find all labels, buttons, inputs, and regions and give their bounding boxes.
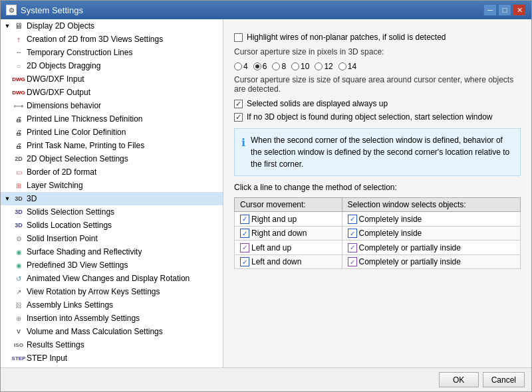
shading-icon: ◉ [13,246,25,257]
close-button[interactable]: ✕ [513,4,526,16]
view-rot-icon: ↗ [13,286,25,297]
row3-sel-icon: ✓ [348,243,357,252]
footer: OK Cancel [1,367,531,391]
dim-icon: ⟼ [13,100,25,111]
sidebar-item-assembly-links[interactable]: ⛓ Assembly Links Settings [1,298,223,312]
selection-table: Cursor movement: Selection window select… [234,197,521,269]
info-box: ℹ When the second corner of the selectio… [234,128,521,176]
sidebar-item-animated-view[interactable]: ↺ Animated View Changes and Display Rota… [1,272,223,285]
sidebar-item-dwg-input[interactable]: DWG DWG/DXF Input [1,72,223,86]
drag-icon: ○ [13,60,25,71]
table-row[interactable]: ✓ Left and down ✓ Completely or partiall… [235,254,521,269]
no3d-checkbox[interactable] [234,113,243,122]
radio-10[interactable] [291,62,299,70]
expand-icon-2d[interactable]: ▼ [3,22,11,30]
sidebar-item-view-rotation[interactable]: ↗ View Rotation by Arrow Keys Settings [1,285,223,298]
sidebar-label-solids-location: Solids Location Settings [27,221,112,230]
sidebar-label-layer-switching: Layer Switching [27,181,83,190]
sidebar-item-step-input[interactable]: STEP STEP Input [1,351,223,365]
radio-6[interactable] [253,62,261,70]
table-row[interactable]: ✓ Right and up ✓ Completely inside [235,212,521,227]
cancel-button[interactable]: Cancel [483,372,525,387]
radio-8[interactable] [272,62,280,70]
sidebar-label-insertion-assembly: Insertion into Assembly Settings [27,314,140,323]
sidebar-label-2d-selection: 2D Object Selection Settings [27,154,128,163]
sidebar-item-line-color[interactable]: 🖨 Printed Line Color Definition [1,126,223,139]
radio-4[interactable] [234,62,242,70]
maximize-button[interactable]: □ [498,4,511,16]
row3-move-icon: ✓ [240,243,249,252]
sidebar-item-display-2d[interactable]: ▼ 🖥 Display 2D Objects [1,19,223,33]
radio-item-12: 12 [315,62,334,71]
arrow-icon: ↑ [13,34,25,45]
right-panel: Highlight wires of non-planar patches, i… [223,19,531,367]
minimize-button[interactable]: ─ [483,4,497,16]
sidebar-item-predefined-view[interactable]: ◉ Predefined 3D View Settings [1,258,223,272]
table-cell-movement-4: ✓ Left and down [235,254,342,269]
construction-icon: ╌ [13,47,25,58]
no3d-label: If no 3D object is found during object s… [247,112,493,122]
radio-item-14: 14 [338,62,358,71]
radio-label-4: 4 [243,62,248,71]
sidebar-item-layer-switching[interactable]: ⊞ Layer Switching [1,179,223,192]
sidebar-item-line-thickness[interactable]: 🖨 Printed Line Thickness Definition [1,112,223,126]
sidebar-item-solids-location[interactable]: 3D Solids Location Settings [1,219,223,232]
sidebar-label-creation-2d: Creation of 2D from 3D Views Settings [27,35,163,44]
sidebar-label-predefined-view: Predefined 3D View Settings [27,260,128,270]
sidebar-item-border-2d[interactable]: ▭ Border of 2D format [1,165,223,179]
sidebar-item-print-task[interactable]: 🖨 Print Task Name, Printing to Files [1,139,223,152]
ok-button[interactable]: OK [439,372,479,387]
sidebar-label-solids-selection: Solids Selection Settings [27,207,114,217]
sidebar-item-creation-2d[interactable]: ↑ Creation of 2D from 3D Views Settings [1,33,223,46]
radio-item-10: 10 [291,62,311,71]
radio-label-14: 14 [348,62,356,71]
selected-solids-label: Selected solids are displayed always up [247,99,388,108]
radio-12[interactable] [315,62,323,70]
sidebar-item-3d[interactable]: ▼ 3D 3D [1,192,223,205]
sidebar-item-solid-insertion[interactable]: ⚙ Solid Insertion Point [1,232,223,245]
row1-sel-icon: ✓ [348,215,357,224]
click-line-text: Click a line to change the method of sel… [234,183,521,192]
window-icon: ⚙ [6,5,17,15]
solids-sel-icon: 3D [13,207,25,217]
expand-icon-3d[interactable]: ▼ [3,195,11,203]
sidebar-label-results: Results Settings [27,340,84,349]
sidebar-label-2d-dragging: 2D Objects Dragging [27,61,100,70]
radio-item-8: 8 [272,62,287,71]
row2-sel-icon: ✓ [348,229,357,238]
asm-links-icon: ⛓ [13,300,25,310]
sidebar-item-dwg-output[interactable]: DWG DWG/DXF Output [1,86,223,99]
sidebar-item-insertion-assembly[interactable]: ⊕ Insertion into Assembly Settings [1,312,223,325]
sidebar-label-line-thickness: Printed Line Thickness Definition [27,114,143,124]
table-row[interactable]: ✓ Right and down ✓ Completely inside [235,226,521,241]
sidebar-label-assembly-links: Assembly Links Settings [27,300,113,310]
sidebar-item-dimensions[interactable]: ⟼ Dimensions behavior [1,99,223,112]
row1-move-icon: ✓ [240,215,249,224]
sidebar-item-temp-construction[interactable]: ╌ Temporary Construction Lines [1,46,223,59]
print-task-icon: 🖨 [13,140,25,151]
sidebar-item-surface-shading[interactable]: ◉ Surface Shading and Reflectivity [1,245,223,258]
selected-solids-checkbox[interactable] [234,100,243,108]
content-area: ▼ 🖥 Display 2D Objects ↑ Creation of 2D … [1,19,531,367]
sidebar-item-2d-selection[interactable]: 2D 2D Object Selection Settings [1,152,223,165]
left-panel: ▼ 🖥 Display 2D Objects ↑ Creation of 2D … [1,19,223,367]
3d-icon: 3D [13,193,25,204]
sidebar-item-volume-mass[interactable]: V Volume and Mass Calculation Settings [1,325,223,338]
print-color-icon: 🖨 [13,127,25,138]
sidebar-item-solids-selection[interactable]: 3D Solids Selection Settings [1,205,223,219]
table-row[interactable]: ✓ Left and up ✓ Completely or partially … [235,241,521,255]
info-icon: ℹ [241,135,245,151]
sidebar-item-2d-dragging[interactable]: ○ 2D Objects Dragging [1,59,223,72]
highlight-wires-checkbox[interactable] [234,33,243,42]
row4-move-icon: ✓ [240,257,249,266]
radio-label-12: 12 [324,62,332,71]
dwg-output-icon: DWG [13,87,25,98]
sidebar-label-view-rotation: View Rotation by Arrow Keys Settings [27,287,160,296]
sidebar-item-results[interactable]: ISO Results Settings [1,338,223,351]
table-cell-sel-1: ✓ Completely inside [342,212,520,227]
title-bar: ⚙ System Settings ─ □ ✕ [1,1,531,19]
highlight-wires-row: Highlight wires of non-planar patches, i… [234,33,521,42]
settings-tree[interactable]: ▼ 🖥 Display 2D Objects ↑ Creation of 2D … [1,19,223,367]
table-cell-movement-1: ✓ Right and up [235,212,342,227]
radio-14[interactable] [338,62,346,70]
